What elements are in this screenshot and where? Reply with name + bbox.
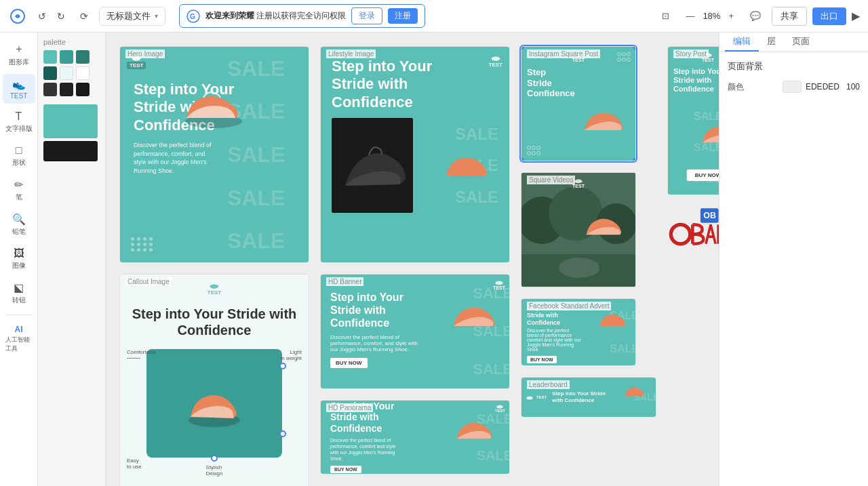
panorama-buynow[interactable]: BUY NOW: [330, 466, 361, 473]
facebook-content: Step into Your Stride with Confidence Di…: [527, 304, 630, 364]
chevron-down-icon: ▾: [155, 12, 158, 20]
instagram-label: Instagram Square Post: [527, 49, 600, 58]
sidebar-label-image: 图像: [12, 261, 26, 270]
app-logo[interactable]: [8, 7, 27, 26]
tab-page[interactable]: 页面: [784, 33, 818, 52]
callout-title: Step into Your Stride with Confidence: [131, 306, 298, 338]
sidebar-item-transform[interactable]: ⬕ 转钮: [3, 277, 35, 309]
left-sidebar: ＋ 图形库 👟 TEST T 文字排版 □ 形状 ✏ 笔 🔍 铅笔 🖼 图像 ⬕: [0, 33, 38, 486]
zoom-in-button[interactable]: +: [723, 8, 739, 24]
palette-swatch-2[interactable]: [60, 50, 73, 64]
sidebar-item-add[interactable]: ＋ 图形库: [3, 38, 35, 71]
topbar: ↺ ↻ ⟳ 无标题文件 ▾ G 欢迎来到荣耀 注册以获得完全访问权限 登录 注册…: [0, 0, 868, 33]
bg-color-swatch[interactable]: [783, 81, 802, 93]
filename-text: 无标题文件: [106, 10, 151, 22]
callout-handle-3[interactable]: [211, 455, 218, 462]
instagram-card[interactable]: Instagram Square Post TEST: [521, 46, 636, 161]
facebook-card[interactable]: Facebook Standard Advert Step into Your …: [521, 298, 636, 366]
sidebar-item-shapes[interactable]: □ 形状: [3, 140, 35, 171]
filename-field[interactable]: 无标题文件 ▾: [99, 7, 165, 26]
hdbanner-card[interactable]: HD Banner TEST Step into Your Stride wit…: [320, 274, 510, 389]
canvas-columns: Hero Image TEST Step into Your Stride wi…: [119, 46, 705, 486]
export-button[interactable]: 出口: [812, 7, 846, 25]
transform-icon: ⬕: [14, 281, 24, 294]
leaderboard-card[interactable]: Leaderboard TEST Step into Your Stride w…: [521, 377, 656, 418]
play-button[interactable]: ▶: [852, 9, 860, 22]
squarevid-badge: TEST: [572, 184, 585, 188]
comment-button[interactable]: 💬: [745, 8, 766, 24]
resize-button[interactable]: ⊡: [656, 8, 675, 24]
right-panel-header: 编辑 层 页面: [719, 33, 868, 52]
hdbanner-inner: TEST Step into Your Stride with Confiden…: [321, 275, 509, 388]
sidebar-label-text: 文字排版: [5, 124, 33, 134]
callout-diagram: [146, 349, 282, 458]
callout-card[interactable]: Callout Image TEST Step into Your Stride…: [119, 274, 309, 486]
sidebar-item-text[interactable]: T 文字排版: [3, 106, 35, 138]
callout-logo: TEST: [208, 281, 221, 296]
sidebar-label-transform: 转钮: [12, 296, 26, 305]
sidebar-item-pencil[interactable]: 🔍 铅笔: [3, 209, 35, 241]
hero-desc: Discover the perfect blend of performanc…: [134, 141, 215, 175]
handle-br[interactable]: [633, 158, 635, 161]
lifestyle-title: Step into Your Stride with Confidence: [332, 58, 454, 111]
sidebar-item-image[interactable]: 🖼 图像: [3, 243, 35, 275]
hero-inner: TEST Step into Your Stride with Confiden…: [120, 47, 309, 262]
handle-tr[interactable]: [633, 47, 635, 49]
lifestyle-inner: TEST Step into Your Stride with Confiden…: [321, 47, 509, 262]
palette-colors: [43, 50, 100, 96]
palette-swatch-7[interactable]: [43, 83, 57, 96]
sidebar-divider: [5, 315, 33, 315]
lifestyle-card[interactable]: Lifestyle Image TEST Step into Your Stri…: [320, 46, 510, 263]
svg-text:OB: OB: [703, 211, 716, 220]
svg-point-11: [497, 405, 503, 409]
rp-color-opacity: 100: [846, 82, 860, 92]
palette-block-teal[interactable]: [43, 104, 98, 138]
right-panel-body: 页面背景 颜色 EDEDED 100: [719, 52, 868, 486]
panorama-card[interactable]: HD Panorama TEST Step into Your Stride w…: [320, 400, 510, 474]
facebook-buynow[interactable]: BUY NOW: [527, 356, 557, 363]
redo-button[interactable]: ↻: [53, 8, 69, 24]
sidebar-item-ai[interactable]: AI 人工智能工具: [3, 321, 35, 357]
story-label: Story Post: [673, 49, 709, 58]
zoom-out-button[interactable]: —: [680, 8, 700, 24]
palette-swatch-9[interactable]: [76, 83, 90, 96]
svg-point-8: [491, 56, 500, 60]
svg-point-19: [574, 180, 582, 184]
instagram-title: StepStrideConfidence: [527, 67, 575, 99]
leaderboard-label: Leaderboard: [527, 380, 570, 389]
sidebar-item-pen[interactable]: ✏ 笔: [3, 174, 35, 206]
palette-swatch-5[interactable]: [60, 66, 73, 80]
sidebar-item-test[interactable]: 👟 TEST: [3, 74, 35, 104]
register-button[interactable]: 注册: [388, 8, 418, 24]
palette-swatch-4[interactable]: [43, 66, 57, 80]
shapes-icon: □: [16, 144, 22, 157]
sidebar-label-ai: 人工智能工具: [5, 336, 33, 353]
palette-swatch-8[interactable]: [60, 83, 73, 96]
squarevid-card[interactable]: Square Videos: [521, 172, 636, 287]
hdbanner-desc: Discover the perfect blend of performanc…: [330, 334, 418, 352]
palette-swatch-3[interactable]: [76, 50, 90, 64]
leaderboard-title: Step into Your Stride with Confidence: [552, 390, 606, 403]
tab-edit[interactable]: 编辑: [725, 33, 759, 52]
story-card[interactable]: Story Post TEST Step into Your Stride wi…: [667, 46, 719, 195]
share-button[interactable]: 共享: [772, 7, 807, 26]
welcome-banner: G 欢迎来到荣耀 注册以获得完全访问权限 登录 注册: [179, 4, 425, 28]
story-buynow[interactable]: BUY NOW: [687, 169, 719, 181]
login-button[interactable]: 登录: [351, 7, 382, 24]
squarevid-label: Square Videos: [527, 176, 575, 184]
hero-card[interactable]: Hero Image TEST Step into Your Stride wi…: [119, 46, 309, 263]
callout-handle-2[interactable]: [279, 430, 286, 437]
hdbanner-buynow[interactable]: BUY NOW: [330, 358, 368, 368]
tab-layers[interactable]: 层: [759, 33, 784, 52]
obai-logo: OB: [667, 206, 719, 247]
undo-button[interactable]: ↺: [34, 8, 50, 24]
rp-color-value: EDEDED: [806, 82, 840, 92]
palette-swatch-1[interactable]: [43, 50, 57, 64]
handle-tl[interactable]: [521, 47, 524, 49]
handle-bl[interactable]: [521, 158, 524, 161]
palette-block-dark[interactable]: [43, 141, 98, 161]
hdbanner-logo: TEST: [493, 279, 505, 290]
palette-swatch-6[interactable]: [76, 66, 90, 80]
callout-handle-1[interactable]: [279, 363, 286, 369]
autosave-button[interactable]: ⟳: [76, 8, 92, 24]
